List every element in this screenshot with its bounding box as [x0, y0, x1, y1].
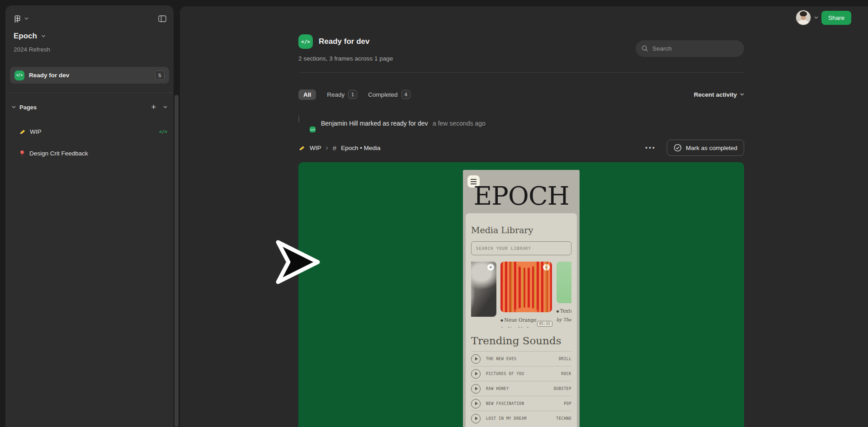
media-artwork: + — [500, 262, 552, 312]
library-title: Media Library — [471, 225, 571, 235]
media-artist: by The RR — [557, 317, 571, 322]
page-title: Ready for dev — [319, 37, 369, 46]
play-icon — [471, 384, 481, 394]
chevron-down-icon — [24, 17, 28, 20]
figma-logo-icon — [14, 15, 21, 23]
sort-dropdown[interactable]: Recent activity — [694, 91, 744, 98]
dev-mode-icon: </> — [14, 70, 24, 80]
duration-badge: 05:33 — [537, 321, 552, 327]
ready-count-badge: 1 — [348, 90, 357, 99]
pencil-icon — [298, 145, 305, 151]
share-button[interactable]: Share — [821, 11, 851, 25]
track-row: THE NEW EVES DRILL — [471, 351, 571, 366]
ready-for-dev-label: Ready for dev — [29, 72, 69, 79]
track-row: NEW FASCINATION POP — [471, 396, 571, 411]
play-icon — [471, 354, 481, 364]
main-panel: Share </> Ready for dev 2 sections, 3 fr… — [180, 6, 868, 427]
sidebar: Epoch 2024 Refresh </> Ready for dev 5 P… — [5, 5, 174, 427]
activity-text: Benjamin Hill marked as ready for dev — [321, 120, 428, 127]
collapse-sidebar-button[interactable] — [158, 15, 166, 22]
user-avatar[interactable] — [796, 10, 811, 25]
breadcrumb-frame[interactable]: Epoch • Media — [341, 145, 380, 151]
trending-sounds-title: Trending Sounds — [471, 335, 571, 347]
chevron-down-icon — [740, 93, 744, 96]
activity-timestamp: a few seconds ago — [433, 120, 486, 127]
completed-count-badge: 4 — [401, 90, 410, 99]
track-row: LOST IN MY DREAM TECHNO — [471, 411, 571, 426]
sidebar-scrollbar[interactable] — [175, 95, 179, 427]
pin-icon — [19, 150, 25, 157]
media-card-3: Texturizer by The RR — [557, 262, 571, 328]
sidebar-item-page-design-crit-feedback[interactable]: Design Crit Feedback — [12, 146, 167, 160]
search-input[interactable] — [652, 45, 738, 52]
plus-icon: + — [543, 264, 550, 271]
library-search-input — [471, 241, 571, 255]
add-page-button[interactable]: + — [151, 103, 156, 111]
chevron-right-icon: › — [326, 144, 328, 152]
header-divider — [298, 72, 744, 73]
figma-main-menu-button[interactable] — [14, 15, 28, 23]
collapse-sidebar-icon — [158, 15, 166, 22]
check-circle-icon — [674, 144, 682, 152]
media-title: Texturizer — [557, 308, 571, 314]
media-card-2: + Neue Orange by Van Madison 05:33 — [500, 262, 552, 328]
track-list: THE NEW EVES DRILL PICTURES OF YOU ROCK … — [471, 351, 571, 426]
frame-preview-epoch-media[interactable]: EPOCH Media Library + 03:25 — [298, 162, 744, 427]
media-card-1: + 03:25 — [471, 262, 496, 328]
media-library-card: Media Library + 03:25 — [466, 213, 577, 427]
tab-completed[interactable]: Completed 4 — [368, 90, 410, 99]
ready-for-dev-count-badge: 5 — [155, 70, 165, 80]
app-masthead: EPOCH — [463, 183, 580, 209]
mark-as-completed-button[interactable]: Mark as completed — [667, 140, 744, 156]
pages-section-header: Pages — [19, 104, 37, 111]
pencil-icon — [19, 128, 26, 135]
chevron-down-icon[interactable] — [814, 16, 818, 19]
media-artwork: + — [471, 262, 496, 317]
media-carousel: + 03:25 + Neue Orange — [471, 262, 571, 328]
page-label: WIP — [30, 128, 42, 135]
breadcrumb: WIP › # Epoch • Media ••• Mark as comple… — [298, 139, 744, 156]
play-icon — [471, 369, 481, 379]
chevron-down-icon[interactable] — [163, 106, 167, 108]
dev-mode-icon: </> — [309, 126, 316, 133]
sidebar-item-ready-for-dev[interactable]: </> Ready for dev 5 — [10, 67, 169, 84]
file-name-menu[interactable]: Epoch — [14, 32, 46, 41]
sidebar-divider — [5, 93, 174, 93]
dev-mode-icon: </> — [298, 34, 313, 49]
benjamin-hill-avatar[interactable] — [298, 115, 299, 123]
media-artwork — [557, 262, 571, 303]
search-box[interactable] — [636, 40, 744, 57]
media-title: Neue Orange — [500, 317, 537, 323]
chevron-down-icon[interactable] — [12, 106, 16, 108]
overflow-menu-button[interactable]: ••• — [645, 144, 656, 151]
breadcrumb-page[interactable]: WIP — [310, 145, 321, 151]
tab-all[interactable]: All — [298, 89, 316, 100]
frame-hash-icon: # — [333, 144, 336, 152]
plus-icon: + — [487, 264, 494, 271]
file-name: Epoch — [14, 32, 37, 41]
track-row: RAW HONEY DUBSTEP — [471, 381, 571, 396]
chevron-down-icon — [41, 35, 46, 38]
media-artist: by Van Madison — [500, 326, 537, 328]
project-name: 2024 Refresh — [14, 46, 50, 53]
dev-mode-icon: </> — [159, 129, 167, 134]
page-label: Design Crit Feedback — [29, 150, 88, 157]
activity-row: </> Benjamin Hill marked as ready for de… — [298, 114, 744, 133]
sidebar-item-page-wip[interactable]: WIP </> — [12, 125, 167, 138]
play-icon — [471, 414, 481, 423]
tab-ready[interactable]: Ready 1 — [327, 90, 357, 99]
play-icon — [471, 399, 481, 408]
track-row: PICTURES OF YOU ROCK — [471, 366, 571, 381]
search-icon — [642, 45, 648, 52]
figma-dev-mode-window: Epoch 2024 Refresh </> Ready for dev 5 P… — [0, 0, 868, 427]
phone-mockup: EPOCH Media Library + 03:25 — [463, 170, 580, 427]
